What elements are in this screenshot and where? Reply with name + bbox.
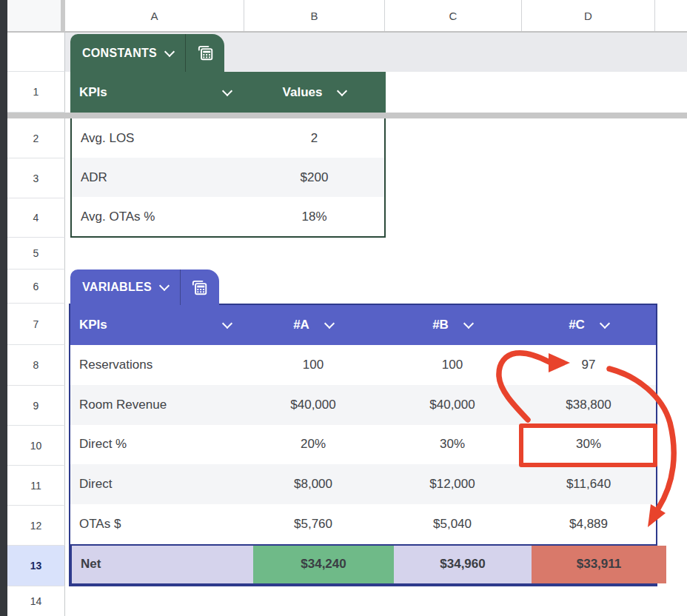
- cell-value-c[interactable]: $4,889: [521, 517, 656, 532]
- chevron-down-icon[interactable]: [600, 318, 610, 329]
- cell-value[interactable]: 2: [244, 131, 384, 146]
- variables-header-b-label: #B: [432, 318, 449, 332]
- cell-kpi[interactable]: OTAs $: [70, 517, 243, 532]
- cell-value-a[interactable]: 100: [243, 358, 383, 372]
- table-row: Direct $8,000 $12,000 $11,640: [70, 464, 656, 504]
- column-header-e-partial[interactable]: [655, 0, 687, 31]
- row-header-8[interactable]: 8: [7, 345, 65, 386]
- column-header-d[interactable]: D: [522, 0, 655, 31]
- highlight-box: [519, 424, 657, 467]
- column-header-b[interactable]: B: [244, 0, 385, 31]
- variables-table-chip[interactable]: VARIABLES: [70, 270, 219, 305]
- table-row: ADR $200: [72, 158, 384, 197]
- cell-value[interactable]: $200: [244, 170, 384, 185]
- cell-kpi[interactable]: Avg. LOS: [72, 131, 244, 146]
- chevron-down-icon[interactable]: [337, 85, 347, 96]
- variables-chip-label[interactable]: VARIABLES: [70, 270, 180, 305]
- constants-chip-text: CONSTANTS: [82, 47, 157, 60]
- row-header-9[interactable]: 9: [7, 386, 65, 426]
- constants-header-values-label: Values: [283, 85, 323, 100]
- row-header-5[interactable]: 5: [7, 238, 65, 270]
- constants-header-kpis[interactable]: KPIs: [70, 72, 243, 113]
- constants-header-row: KPIs Values: [70, 72, 386, 113]
- row-header-11[interactable]: 11: [7, 466, 65, 506]
- cell-value[interactable]: 18%: [244, 210, 384, 224]
- cell-kpi[interactable]: Reservations: [70, 358, 243, 372]
- column-header-c[interactable]: C: [385, 0, 522, 31]
- column-headers: A B C D: [65, 0, 687, 33]
- table-row: Avg. OTAs % 18%: [72, 197, 384, 236]
- cell-kpi[interactable]: ADR: [72, 170, 244, 185]
- row-header-6[interactable]: 6: [7, 270, 65, 304]
- cell-kpi[interactable]: Avg. OTAs %: [72, 210, 244, 224]
- row-header-1[interactable]: 1: [7, 72, 65, 113]
- constants-table-body: Avg. LOS 2 ADR $200 Avg. OTAs % 18%: [70, 118, 386, 238]
- net-value-b-cell[interactable]: $34,960: [394, 546, 532, 583]
- net-label-cell[interactable]: Net: [72, 546, 253, 583]
- table-row: OTAs $ $5,760 $5,040 $4,889: [70, 504, 656, 544]
- table-duplicate-icon[interactable]: [181, 270, 219, 305]
- row-header-13-selected[interactable]: 13: [7, 546, 65, 586]
- constants-header-values[interactable]: Values: [243, 72, 386, 113]
- row-header-3[interactable]: 3: [7, 158, 65, 198]
- cell-value-c[interactable]: $38,800: [521, 398, 656, 412]
- variables-header-a[interactable]: #A: [243, 305, 383, 345]
- net-value-c-cell[interactable]: $33,911: [532, 546, 666, 583]
- chevron-down-icon[interactable]: [324, 318, 335, 329]
- row-header-14[interactable]: 14: [7, 586, 65, 616]
- select-all-corner[interactable]: [7, 0, 65, 33]
- row-header-7[interactable]: 7: [7, 304, 65, 345]
- net-value-a-cell[interactable]: $34,240: [253, 546, 394, 583]
- variables-header-kpis-label: KPIs: [79, 318, 107, 332]
- cell-kpi[interactable]: Direct %: [70, 437, 243, 452]
- variables-header-b[interactable]: #B: [383, 305, 521, 345]
- variables-header-kpis[interactable]: KPIs: [70, 305, 243, 345]
- cell-value-a[interactable]: 20%: [243, 437, 383, 452]
- net-row-selected: Net $34,240 $34,960 $33,911: [70, 544, 656, 585]
- constants-table-chip[interactable]: CONSTANTS: [70, 34, 224, 72]
- spreadsheet: A B C D 1 2 3 4 5 6 7 8 9 10 11 12 13 14…: [0, 0, 687, 616]
- cell-value-c[interactable]: 97: [521, 358, 656, 372]
- chevron-down-icon[interactable]: [222, 85, 232, 96]
- variables-header-c[interactable]: #C: [521, 305, 656, 345]
- cell-value-a[interactable]: $8,000: [243, 477, 383, 492]
- cell-value-b[interactable]: $5,040: [383, 517, 521, 532]
- cell-kpi[interactable]: Room Revenue: [70, 398, 243, 412]
- cell-kpi[interactable]: Direct: [70, 477, 243, 492]
- chevron-down-icon: [159, 281, 170, 291]
- row-header-2[interactable]: 2: [7, 118, 65, 158]
- cell-value-b[interactable]: $40,000: [383, 398, 521, 412]
- row-header-10[interactable]: 10: [7, 426, 65, 466]
- row-header-12[interactable]: 12: [7, 506, 65, 546]
- variables-header-a-label: #A: [293, 318, 309, 332]
- table-duplicate-icon[interactable]: [186, 34, 224, 72]
- chevron-down-icon[interactable]: [222, 318, 232, 329]
- row-header-4[interactable]: 4: [7, 198, 65, 238]
- column-header-a[interactable]: A: [65, 0, 244, 31]
- row-header-spacer: [7, 33, 65, 72]
- cell-value-c[interactable]: $11,640: [521, 477, 656, 492]
- cell-value-b[interactable]: 30%: [383, 437, 521, 452]
- chevron-down-icon: [164, 46, 175, 56]
- cell-value-b[interactable]: 100: [383, 358, 521, 372]
- cell-value-a[interactable]: $40,000: [243, 398, 383, 412]
- variables-header-row: KPIs #A #B #C: [70, 305, 656, 345]
- table-row: Reservations 100 100 97: [70, 345, 656, 385]
- variables-header-c-label: #C: [569, 318, 585, 332]
- chevron-down-icon[interactable]: [463, 318, 474, 329]
- row-divider-bar: [7, 113, 687, 118]
- variables-chip-text: VARIABLES: [82, 281, 152, 294]
- table-row: Room Revenue $40,000 $40,000 $38,800: [70, 385, 656, 425]
- constants-chip-label[interactable]: CONSTANTS: [70, 34, 185, 72]
- table-row: Avg. LOS 2: [72, 118, 384, 158]
- app-edge-strip: [0, 0, 7, 616]
- cell-value-a[interactable]: $5,760: [243, 517, 383, 532]
- cell-value-b[interactable]: $12,000: [383, 477, 521, 492]
- constants-header-kpis-label: KPIs: [79, 85, 107, 100]
